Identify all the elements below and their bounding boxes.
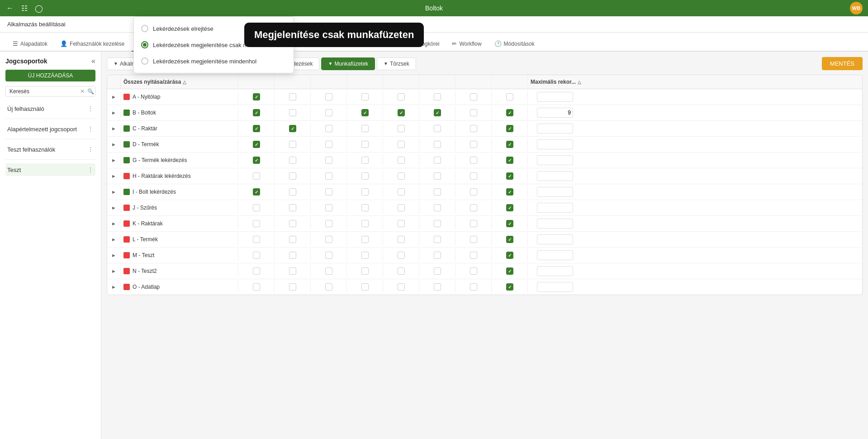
checkbox-c5-12[interactable]: [398, 283, 405, 291]
checkbox-c4-5[interactable]: [361, 172, 369, 180]
max-input-7[interactable]: [537, 203, 573, 213]
checkbox-c8-1[interactable]: [506, 109, 513, 116]
checkbox-c2-6[interactable]: [289, 188, 296, 196]
checkbox-c2-11[interactable]: [289, 267, 296, 275]
back-button[interactable]: ←: [5, 3, 15, 14]
checkbox-c3-1[interactable]: [325, 109, 332, 116]
checkbox-c8-2[interactable]: [506, 125, 513, 132]
checkbox-c3-6[interactable]: [325, 188, 332, 196]
checkbox-c5-3[interactable]: [398, 141, 405, 148]
nav-tab-felhasznalok[interactable]: 👤Felhasználók kezelése: [55, 37, 130, 52]
checkbox-c5-8[interactable]: [398, 220, 405, 227]
checkbox-c1-6[interactable]: [253, 188, 260, 196]
checkbox-c6-6[interactable]: [434, 188, 441, 196]
row-expander-6[interactable]: ►: [111, 189, 116, 195]
checkbox-c5-6[interactable]: [398, 188, 405, 196]
checkbox-c8-11[interactable]: [506, 267, 513, 275]
nav-tab-modositasok[interactable]: 🕐Módosítások: [489, 37, 540, 52]
row-expander-3[interactable]: ►: [111, 142, 116, 147]
checkbox-c6-10[interactable]: [434, 252, 441, 259]
checkbox-c8-0[interactable]: [506, 93, 513, 100]
max-input-6[interactable]: [537, 187, 573, 197]
row-expander-1[interactable]: ►: [111, 110, 116, 115]
checkbox-c6-8[interactable]: [434, 220, 441, 227]
checkbox-c6-11[interactable]: [434, 267, 441, 275]
save-button[interactable]: MENTÉS: [822, 57, 863, 70]
add-group-button[interactable]: ÚJ HOZZÁADÁSA: [5, 70, 95, 81]
checkbox-c2-7[interactable]: [289, 204, 296, 211]
checkbox-c4-2[interactable]: [361, 125, 369, 132]
checkbox-c5-1[interactable]: [398, 109, 405, 116]
checkbox-c3-7[interactable]: [325, 204, 332, 211]
checkbox-c2-4[interactable]: [289, 157, 296, 164]
checkbox-c3-8[interactable]: [325, 220, 332, 227]
max-input-4[interactable]: [537, 155, 573, 165]
checkbox-c4-3[interactable]: [361, 141, 369, 148]
checkbox-c7-7[interactable]: [470, 204, 477, 211]
checkbox-c3-3[interactable]: [325, 141, 332, 148]
checkbox-c4-1[interactable]: [361, 109, 369, 116]
checkbox-c7-3[interactable]: [470, 141, 477, 148]
checkbox-c2-1[interactable]: [289, 109, 296, 116]
nav-tab-workflow[interactable]: ✏Workflow: [446, 37, 487, 52]
checkbox-c6-0[interactable]: [434, 93, 441, 100]
checkbox-c7-0[interactable]: [470, 93, 477, 100]
checkbox-c4-8[interactable]: [361, 220, 369, 227]
checkbox-c1-3[interactable]: [253, 141, 260, 148]
checkbox-c6-3[interactable]: [434, 141, 441, 148]
checkbox-c7-4[interactable]: [470, 157, 477, 164]
checkbox-c4-0[interactable]: [361, 93, 369, 100]
sidebar-item-menu-2[interactable]: ⋮: [87, 146, 94, 153]
row-expander-10[interactable]: ►: [111, 253, 116, 258]
checkbox-c1-11[interactable]: [253, 267, 260, 275]
search-clear-icon[interactable]: ✕: [80, 88, 85, 95]
checkbox-c7-11[interactable]: [470, 267, 477, 275]
checkbox-c4-4[interactable]: [361, 157, 369, 164]
checkbox-c8-6[interactable]: [506, 188, 513, 196]
row-expander-7[interactable]: ►: [111, 205, 116, 210]
checkbox-c7-6[interactable]: [470, 188, 477, 196]
max-input-10[interactable]: [537, 250, 573, 260]
clock-button[interactable]: ◯: [33, 3, 44, 14]
checkbox-c3-9[interactable]: [325, 236, 332, 243]
row-expander-4[interactable]: ►: [111, 157, 116, 163]
sidebar-item-menu-3[interactable]: ⋮: [87, 166, 94, 173]
checkbox-c2-0[interactable]: [289, 93, 296, 100]
sort-icon[interactable]: △: [183, 80, 186, 85]
checkbox-c4-9[interactable]: [361, 236, 369, 243]
checkbox-c3-10[interactable]: [325, 252, 332, 259]
checkbox-c4-10[interactable]: [361, 252, 369, 259]
checkbox-c5-4[interactable]: [398, 157, 405, 164]
checkbox-c1-8[interactable]: [253, 220, 260, 227]
checkbox-c6-4[interactable]: [434, 157, 441, 164]
checkbox-c1-4[interactable]: [253, 157, 260, 164]
checkbox-c7-9[interactable]: [470, 236, 477, 243]
checkbox-c2-5[interactable]: [289, 172, 296, 180]
checkbox-c2-8[interactable]: [289, 220, 296, 227]
sub-tab-munkafuzetek[interactable]: ▼Munkafüzetek: [321, 57, 375, 70]
sidebar-item-2[interactable]: Teszt felhasználók⋮: [5, 143, 95, 156]
checkbox-c7-10[interactable]: [470, 252, 477, 259]
sidebar-item-menu-0[interactable]: ⋮: [87, 105, 94, 112]
checkbox-c5-10[interactable]: [398, 252, 405, 259]
checkbox-c5-7[interactable]: [398, 204, 405, 211]
checkbox-c3-2[interactable]: [325, 125, 332, 132]
sidebar-item-0[interactable]: Új felhasználó⋮: [5, 102, 95, 115]
checkbox-c1-0[interactable]: [253, 93, 260, 100]
sidebar-item-3[interactable]: Teszt⋮: [5, 163, 95, 176]
max-input-8[interactable]: [537, 219, 573, 229]
max-input-9[interactable]: [537, 234, 573, 244]
grid-button[interactable]: ☷: [19, 3, 30, 14]
checkbox-c6-9[interactable]: [434, 236, 441, 243]
checkbox-c3-5[interactable]: [325, 172, 332, 180]
th-name[interactable]: Összes nyitása/zárása △: [121, 75, 238, 89]
checkbox-c6-1[interactable]: [434, 109, 441, 116]
search-input[interactable]: [9, 88, 77, 95]
max-input-0[interactable]: [537, 92, 573, 102]
checkbox-c8-8[interactable]: [506, 220, 513, 227]
checkbox-c8-5[interactable]: [506, 172, 513, 180]
checkbox-c2-2[interactable]: [289, 125, 296, 132]
sidebar-item-1[interactable]: Alapértelmezett jogcsoport⋮: [5, 123, 95, 135]
checkbox-c4-6[interactable]: [361, 188, 369, 196]
checkbox-c5-9[interactable]: [398, 236, 405, 243]
